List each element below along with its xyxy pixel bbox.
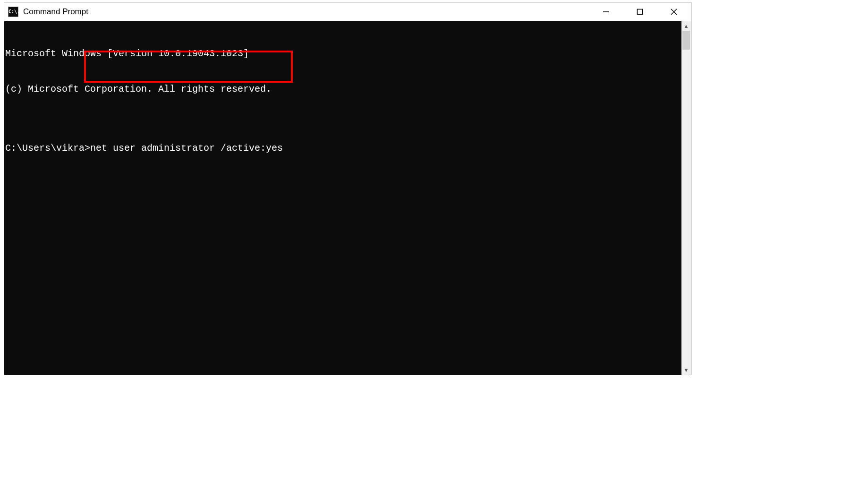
maximize-icon — [637, 9, 643, 15]
minimize-icon — [603, 9, 609, 15]
scrollbar-thumb[interactable] — [682, 31, 690, 50]
terminal-line: Microsoft Windows [Version 10.0.19043.10… — [5, 48, 681, 60]
command-prompt-window: C:\. Command Prompt Microsoft Windows [V… — [4, 2, 691, 375]
cmd-icon: C:\. — [8, 7, 18, 17]
terminal-prompt-line: C:\Users\vikra>net user administrator /a… — [5, 142, 681, 154]
vertical-scrollbar[interactable]: ▲ ▼ — [681, 21, 691, 375]
scroll-down-arrow-icon[interactable]: ▼ — [681, 365, 691, 375]
terminal-prompt: C:\Users\vikra> — [5, 143, 90, 154]
scroll-up-arrow-icon[interactable]: ▲ — [681, 21, 691, 31]
client-area: Microsoft Windows [Version 10.0.19043.10… — [4, 21, 691, 375]
terminal-line: (c) Microsoft Corporation. All rights re… — [5, 83, 681, 95]
terminal-output[interactable]: Microsoft Windows [Version 10.0.19043.10… — [4, 21, 681, 375]
scrollbar-track[interactable] — [681, 31, 691, 365]
close-icon — [670, 8, 678, 16]
terminal-command: net user administrator /active:yes — [90, 143, 283, 154]
close-button[interactable] — [657, 2, 691, 21]
titlebar[interactable]: C:\. Command Prompt — [4, 2, 691, 21]
maximize-button[interactable] — [623, 2, 657, 21]
minimize-button[interactable] — [589, 2, 623, 21]
window-title: Command Prompt — [23, 7, 88, 17]
svg-rect-1 — [638, 9, 643, 15]
